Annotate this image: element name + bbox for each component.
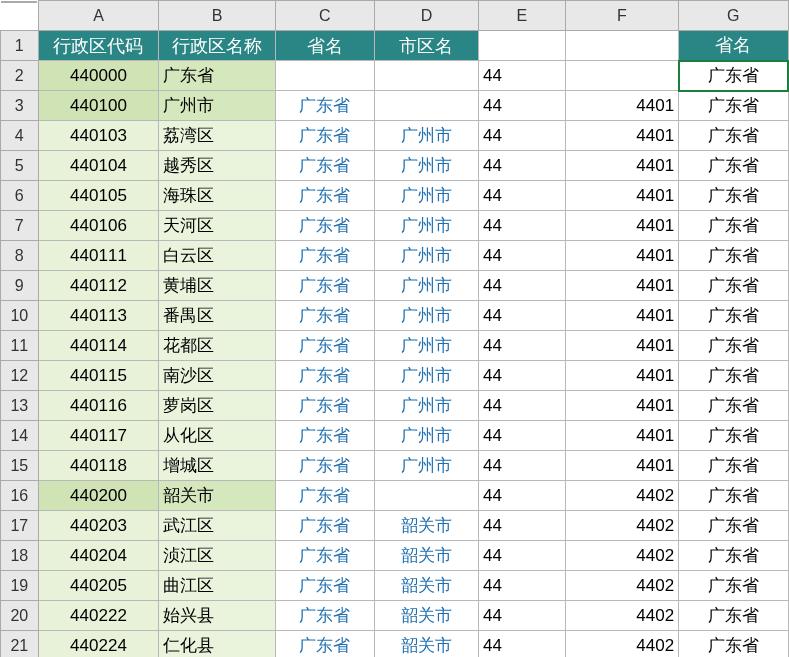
- cell-C9[interactable]: 广东省: [275, 271, 374, 301]
- col-header-G[interactable]: G: [679, 1, 788, 31]
- cell-F21[interactable]: 4402: [565, 631, 678, 658]
- col-header-A[interactable]: A: [38, 1, 159, 31]
- cell-E3[interactable]: 44: [479, 91, 566, 121]
- cell-D17[interactable]: 韶关市: [374, 511, 478, 541]
- cell-C2[interactable]: [275, 61, 374, 91]
- cell-E21[interactable]: 44: [479, 631, 566, 658]
- row-header-20[interactable]: 20: [1, 601, 39, 631]
- cell-C3[interactable]: 广东省: [275, 91, 374, 121]
- cell-D21[interactable]: 韶关市: [374, 631, 478, 658]
- cell-G14[interactable]: 广东省: [679, 421, 788, 451]
- select-all-corner[interactable]: [1, 1, 37, 3]
- cell-B2[interactable]: 广东省: [159, 61, 276, 91]
- cell-A2[interactable]: 440000: [38, 61, 159, 91]
- row-header-19[interactable]: 19: [1, 571, 39, 601]
- col-header-D[interactable]: D: [374, 1, 478, 31]
- cell-A16[interactable]: 440200: [38, 481, 159, 511]
- row-header-16[interactable]: 16: [1, 481, 39, 511]
- cell-G7[interactable]: 广东省: [679, 211, 788, 241]
- cell-D15[interactable]: 广州市: [374, 451, 478, 481]
- cell-C4[interactable]: 广东省: [275, 121, 374, 151]
- cell-F20[interactable]: 4402: [565, 601, 678, 631]
- col-header-E[interactable]: E: [479, 1, 566, 31]
- row-header-15[interactable]: 15: [1, 451, 39, 481]
- cell-C8[interactable]: 广东省: [275, 241, 374, 271]
- cell-C20[interactable]: 广东省: [275, 601, 374, 631]
- cell-G17[interactable]: 广东省: [679, 511, 788, 541]
- cell-B6[interactable]: 海珠区: [159, 181, 276, 211]
- cell-E8[interactable]: 44: [479, 241, 566, 271]
- cell-C14[interactable]: 广东省: [275, 421, 374, 451]
- header-province[interactable]: 省名: [275, 31, 374, 61]
- cell-F8[interactable]: 4401: [565, 241, 678, 271]
- cell-B19[interactable]: 曲江区: [159, 571, 276, 601]
- cell-G18[interactable]: 广东省: [679, 541, 788, 571]
- cell-C5[interactable]: 广东省: [275, 151, 374, 181]
- cell-E10[interactable]: 44: [479, 301, 566, 331]
- cell-G16[interactable]: 广东省: [679, 481, 788, 511]
- cell-G3[interactable]: 广东省: [679, 91, 788, 121]
- cell-E1[interactable]: [479, 31, 566, 61]
- cell-F2[interactable]: [565, 61, 678, 91]
- cell-F5[interactable]: 4401: [565, 151, 678, 181]
- cell-A5[interactable]: 440104: [38, 151, 159, 181]
- row-header-12[interactable]: 12: [1, 361, 39, 391]
- cell-B18[interactable]: 浈江区: [159, 541, 276, 571]
- col-header-F[interactable]: F: [565, 1, 678, 31]
- cell-B11[interactable]: 花都区: [159, 331, 276, 361]
- header-code[interactable]: 行政区代码: [38, 31, 159, 61]
- cell-B12[interactable]: 南沙区: [159, 361, 276, 391]
- cell-D2[interactable]: [374, 61, 478, 91]
- cell-F19[interactable]: 4402: [565, 571, 678, 601]
- cell-E6[interactable]: 44: [479, 181, 566, 211]
- cell-C13[interactable]: 广东省: [275, 391, 374, 421]
- row-header-9[interactable]: 9: [1, 271, 39, 301]
- cell-D5[interactable]: 广州市: [374, 151, 478, 181]
- cell-F6[interactable]: 4401: [565, 181, 678, 211]
- cell-A15[interactable]: 440118: [38, 451, 159, 481]
- row-header-18[interactable]: 18: [1, 541, 39, 571]
- cell-B4[interactable]: 荔湾区: [159, 121, 276, 151]
- cell-D12[interactable]: 广州市: [374, 361, 478, 391]
- cell-A11[interactable]: 440114: [38, 331, 159, 361]
- cell-D14[interactable]: 广州市: [374, 421, 478, 451]
- cell-C11[interactable]: 广东省: [275, 331, 374, 361]
- cell-B8[interactable]: 白云区: [159, 241, 276, 271]
- cell-A8[interactable]: 440111: [38, 241, 159, 271]
- cell-E11[interactable]: 44: [479, 331, 566, 361]
- header-name[interactable]: 行政区名称: [159, 31, 276, 61]
- row-header-1[interactable]: 1: [1, 31, 39, 61]
- row-header-11[interactable]: 11: [1, 331, 39, 361]
- row-header-14[interactable]: 14: [1, 421, 39, 451]
- row-header-7[interactable]: 7: [1, 211, 39, 241]
- cell-D8[interactable]: 广州市: [374, 241, 478, 271]
- cell-C10[interactable]: 广东省: [275, 301, 374, 331]
- cell-A4[interactable]: 440103: [38, 121, 159, 151]
- cell-E7[interactable]: 44: [479, 211, 566, 241]
- cell-C17[interactable]: 广东省: [275, 511, 374, 541]
- cell-G9[interactable]: 广东省: [679, 271, 788, 301]
- spreadsheet-grid[interactable]: A B C D E F G 1 行政区代码 行政区名称 省名 市区名 省名 24…: [0, 0, 789, 657]
- row-header-2[interactable]: 2: [1, 61, 39, 91]
- cell-A13[interactable]: 440116: [38, 391, 159, 421]
- cell-A21[interactable]: 440224: [38, 631, 159, 658]
- cell-G19[interactable]: 广东省: [679, 571, 788, 601]
- cell-D9[interactable]: 广州市: [374, 271, 478, 301]
- cell-F17[interactable]: 4402: [565, 511, 678, 541]
- cell-E20[interactable]: 44: [479, 601, 566, 631]
- cell-B5[interactable]: 越秀区: [159, 151, 276, 181]
- cell-B17[interactable]: 武江区: [159, 511, 276, 541]
- cell-B14[interactable]: 从化区: [159, 421, 276, 451]
- cell-C18[interactable]: 广东省: [275, 541, 374, 571]
- cell-C21[interactable]: 广东省: [275, 631, 374, 658]
- cell-G20[interactable]: 广东省: [679, 601, 788, 631]
- cell-D6[interactable]: 广州市: [374, 181, 478, 211]
- cell-D7[interactable]: 广州市: [374, 211, 478, 241]
- cell-E19[interactable]: 44: [479, 571, 566, 601]
- cell-D3[interactable]: [374, 91, 478, 121]
- cell-E5[interactable]: 44: [479, 151, 566, 181]
- cell-A6[interactable]: 440105: [38, 181, 159, 211]
- cell-G21[interactable]: 广东省: [679, 631, 788, 658]
- cell-E15[interactable]: 44: [479, 451, 566, 481]
- cell-B3[interactable]: 广州市: [159, 91, 276, 121]
